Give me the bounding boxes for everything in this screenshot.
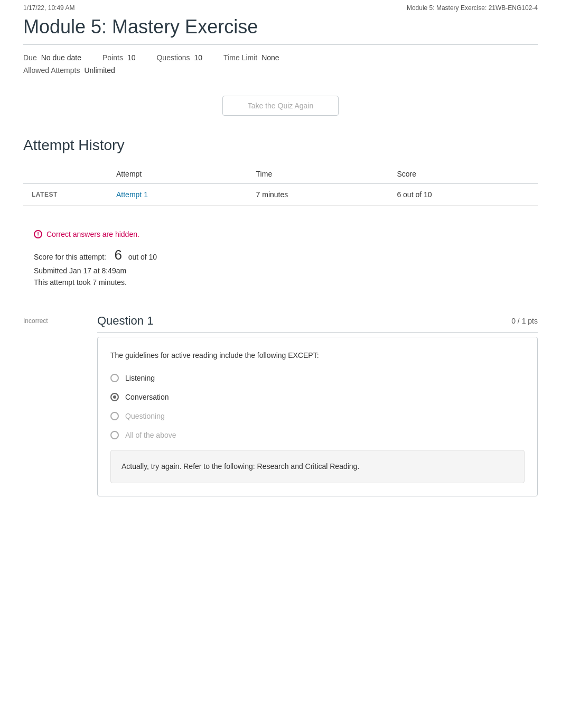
radio-all [110, 431, 119, 439]
answer-label-listening: Listening [125, 374, 155, 382]
breadcrumb: Module 5: Mastery Exercise: 21WB-ENG102-… [407, 4, 538, 12]
attempt-history-title: Attempt History [23, 137, 538, 154]
row-score: 6 out of 10 [388, 184, 538, 206]
radio-conversation [110, 393, 119, 401]
table-row: LATEST Attempt 1 7 minutes 6 out of 10 [23, 184, 538, 206]
answer-label-all: All of the above [125, 431, 176, 439]
meta-info: Due No due date Points 10 Questions 10 T… [23, 53, 538, 79]
radio-questioning [110, 412, 119, 420]
answer-option-all: All of the above [110, 431, 525, 439]
feedback-text: Actually, try again. Refer to the follow… [121, 462, 359, 471]
answer-option-listening: Listening [110, 374, 525, 382]
question-1-section: Incorrect Question 1 0 / 1 pts The guide… [23, 314, 538, 496]
radio-listening [110, 374, 119, 382]
question-1-text: The guidelines for active reading includ… [110, 350, 525, 361]
timestamp: 1/17/22, 10:49 AM [23, 4, 74, 12]
row-status: LATEST [23, 184, 108, 206]
time-limit-value: None [261, 53, 279, 62]
question-1-body: The guidelines for active reading includ… [97, 337, 538, 496]
attempt-link[interactable]: Attempt 1 [116, 190, 148, 199]
answer-label-conversation: Conversation [125, 393, 169, 401]
score-label: Score for this attempt: [34, 253, 106, 261]
col-time: Time [248, 164, 389, 184]
allowed-attempts-value: Unlimited [84, 66, 115, 75]
header-divider [23, 44, 538, 45]
top-bar: 1/17/22, 10:49 AM Module 5: Mastery Exer… [0, 0, 561, 16]
points-value: 10 [127, 53, 136, 62]
time-limit-item: Time Limit None [223, 53, 279, 62]
answer-option-conversation: Conversation [110, 393, 525, 401]
answer-option-questioning: Questioning [110, 412, 525, 420]
take-quiz-button[interactable]: Take the Quiz Again [222, 96, 339, 116]
score-out-of: out of 10 [128, 253, 157, 261]
submitted-info: Submitted Jan 17 at 8:49am [34, 266, 527, 275]
due-item: Due No due date [23, 53, 81, 62]
time-limit-label: Time Limit [223, 53, 257, 62]
row-time: 7 minutes [248, 184, 389, 206]
col-status [23, 164, 108, 184]
row-attempt: Attempt 1 [108, 184, 248, 206]
question-1-title-area: Question 1 0 / 1 pts [97, 314, 538, 333]
questions-item: Questions 10 [156, 53, 202, 62]
feedback-box: Actually, try again. Refer to the follow… [110, 450, 525, 483]
score-number: 6 [115, 247, 122, 263]
correct-answers-notice: ! Correct answers are hidden. [34, 230, 527, 238]
notice-icon: ! [34, 230, 42, 238]
question-1-title: Question 1 [97, 314, 153, 328]
take-quiz-container: Take the Quiz Again [23, 96, 538, 116]
points-item: Points 10 [102, 53, 136, 62]
page-title: Module 5: Mastery Exercise [23, 16, 538, 38]
duration-info: This attempt took 7 minutes. [34, 278, 527, 287]
score-info: Score for this attempt: 6 out of 10 [34, 247, 527, 263]
due-value: No due date [41, 53, 81, 62]
meta-row-2: Allowed Attempts Unlimited [23, 66, 538, 75]
points-label: Points [102, 53, 123, 62]
col-attempt: Attempt [108, 164, 248, 184]
question-1-header: Incorrect Question 1 0 / 1 pts [23, 314, 538, 333]
due-label: Due [23, 53, 37, 62]
allowed-attempts-item: Allowed Attempts Unlimited [23, 66, 115, 75]
main-content: Module 5: Mastery Exercise Due No due da… [0, 16, 561, 496]
attempt-history-table: Attempt Time Score LATEST Attempt 1 7 mi… [23, 164, 538, 206]
answer-label-questioning: Questioning [125, 412, 165, 420]
questions-value: 10 [194, 53, 203, 62]
attempt-details: ! Correct answers are hidden. Score for … [23, 222, 538, 298]
col-score: Score [388, 164, 538, 184]
meta-row-1: Due No due date Points 10 Questions 10 T… [23, 53, 538, 62]
notice-text: Correct answers are hidden. [46, 230, 139, 238]
allowed-attempts-label: Allowed Attempts [23, 66, 80, 75]
question-1-status: Incorrect [23, 314, 97, 325]
questions-label: Questions [156, 53, 190, 62]
question-1-pts: 0 / 1 pts [511, 317, 538, 325]
